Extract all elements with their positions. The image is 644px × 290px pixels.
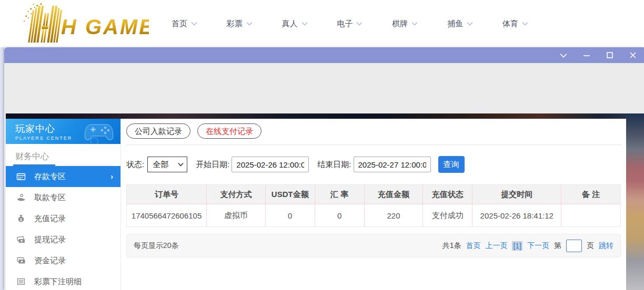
nav-label: 彩票 [227, 19, 243, 29]
funds-record-icon [16, 256, 26, 265]
sidebar-item-withdrawal-record[interactable]: 提现记录 [6, 229, 120, 250]
chevron-down-icon [301, 22, 308, 26]
nav-label: 真人 [282, 19, 298, 29]
prev-page-link[interactable]: 上一页 [485, 241, 507, 251]
nav-label: 电子 [337, 19, 353, 29]
start-date-label: 开始日期: [196, 160, 229, 170]
col-submit-time: 提交时间 [472, 185, 561, 204]
cell-payment-method: 虚拟币 [207, 204, 266, 227]
chevron-down-icon [246, 22, 253, 26]
tab-online-payment-records[interactable]: 在线支付记录 [197, 123, 261, 139]
page-size-text: 每页显示20条 [134, 241, 179, 251]
nav-label: 首页 [172, 19, 187, 29]
cell-usdt-amount: 0 [265, 204, 315, 227]
minimize-icon[interactable] [583, 51, 590, 59]
sidebar-item-label: 充值记录 [34, 214, 66, 224]
withdrawal-record-icon [16, 235, 26, 244]
chevron-right-icon: › [110, 172, 113, 181]
jump-prefix-text: 第 [554, 241, 561, 251]
col-usdt-amount: USDT金额 [265, 185, 315, 204]
col-recharge-status: 充值状态 [423, 185, 472, 204]
content-backdrop: 玩家中心 PLAYERS CENTER [6, 113, 644, 290]
close-icon[interactable] [629, 51, 637, 59]
site-header: H GAME 首页 彩票 真人 电子 棋牌 捕鱼 体育 [0, 0, 644, 47]
sidebar-section-label: 财务中心 [15, 152, 49, 161]
filter-bar: 状态: 全部 开始日期: 结束日期: 查询 [126, 156, 621, 173]
table-row: 1740566472606105 虚拟币 0 0 220 支付成功 2025-0… [127, 204, 621, 227]
jump-suffix-text: 页 [587, 241, 594, 251]
page-jump-input[interactable] [566, 240, 582, 252]
window-body: 玩家中心 PLAYERS CENTER [4, 63, 644, 290]
chevron-down-icon [178, 162, 184, 167]
window-titlebar [4, 47, 644, 63]
col-order-no: 订单号 [127, 185, 207, 204]
main-content: 公司入款记录 在线支付记录 状态: 全部 开始日期: 结束日期: [121, 119, 626, 290]
cell-order-no: 1740566472606105 [127, 204, 207, 227]
lottery-bet-detail-icon [16, 277, 26, 286]
nav-item-home[interactable]: 首页 [172, 19, 197, 29]
end-date-label: 结束日期: [317, 160, 351, 170]
jump-link[interactable]: 跳转 [599, 241, 613, 251]
recharge-record-icon [16, 214, 26, 223]
sidebar-header: 玩家中心 PLAYERS CENTER [6, 119, 120, 144]
sidebar-item-label: 存款专区 [34, 172, 66, 182]
nav-item-fishing[interactable]: 捕鱼 [447, 19, 473, 29]
nav-item-lottery[interactable]: 彩票 [227, 19, 253, 29]
sidebar-section-finance: 财务中心 [6, 144, 120, 166]
table-header-row: 订单号 支付方式 USDT金额 汇 率 充值金额 充值状态 提交时间 备 注 [127, 185, 621, 204]
sidebar-item-deposit-zone[interactable]: 存款专区 › [6, 166, 120, 187]
col-remark: 备 注 [561, 185, 621, 204]
status-select[interactable]: 全部 [147, 157, 187, 172]
next-page-link[interactable]: 下一页 [527, 241, 549, 251]
chevron-down-icon [411, 22, 418, 26]
record-tabs: 公司入款记录 在线支付记录 [126, 119, 621, 145]
sidebar: 玩家中心 PLAYERS CENTER [6, 119, 121, 290]
nav-label: 体育 [502, 19, 518, 29]
chevron-down-icon [191, 22, 197, 26]
pagination-controls: 共1条 首页 上一页 [1] 下一页 第 页 跳转 [442, 240, 613, 252]
sidebar-item-lottery-bet-detail[interactable]: 彩票下注明细 [6, 271, 120, 290]
brand-name: H GAME [61, 15, 149, 38]
nav-item-board-games[interactable]: 棋牌 [392, 19, 418, 29]
logo-mark [21, 3, 63, 43]
total-count-text: 共1条 [442, 241, 461, 251]
pagination-bar: 每页显示20条 共1条 首页 上一页 [1] 下一页 第 页 跳转 [126, 234, 621, 257]
brand-logo[interactable]: H GAME [4, 3, 149, 45]
player-center-panel: 玩家中心 PLAYERS CENTER [6, 119, 626, 290]
query-button[interactable]: 查询 [438, 156, 465, 173]
cell-exchange-rate: 0 [315, 204, 364, 227]
col-payment-method: 支付方式 [207, 185, 266, 204]
chevron-down-icon [356, 22, 363, 26]
first-page-link[interactable]: 首页 [466, 241, 480, 251]
sidebar-item-funds-record[interactable]: 资金记录 [6, 250, 120, 271]
status-label: 状态: [126, 160, 144, 170]
cell-recharge-amount: 220 [364, 204, 423, 227]
cell-remark [561, 204, 621, 227]
cell-submit-time: 2025-02-26 18:41:12 [472, 204, 561, 227]
deposit-zone-icon [16, 172, 26, 181]
sidebar-item-label: 取款专区 [34, 193, 66, 203]
nav-label: 捕鱼 [447, 19, 463, 29]
current-page-indicator[interactable]: [1] [512, 241, 522, 251]
nav-label: 棋牌 [392, 19, 408, 29]
app-window: 玩家中心 PLAYERS CENTER [4, 47, 644, 290]
nav-item-sports[interactable]: 体育 [502, 19, 528, 29]
withdraw-zone-icon [16, 193, 26, 202]
tab-company-deposit-records[interactable]: 公司入款记录 [126, 123, 190, 139]
end-date-input[interactable] [354, 157, 431, 172]
status-select-value: 全部 [153, 160, 168, 170]
window-controls [560, 47, 637, 63]
chevron-down-icon[interactable] [560, 51, 567, 59]
cell-recharge-status: 支付成功 [423, 204, 472, 227]
sidebar-item-recharge-record[interactable]: 充值记录 [6, 208, 120, 229]
col-recharge-amount: 充值金额 [364, 185, 423, 204]
gamepad-icon [84, 120, 116, 143]
nav-item-live[interactable]: 真人 [282, 19, 308, 29]
main-navigation: 首页 彩票 真人 电子 棋牌 捕鱼 体育 [172, 0, 528, 47]
nav-item-slots[interactable]: 电子 [337, 19, 363, 29]
sidebar-item-label: 提现记录 [34, 235, 66, 245]
maximize-icon[interactable] [606, 51, 613, 59]
start-date-input[interactable] [232, 157, 309, 172]
col-exchange-rate: 汇 率 [315, 185, 364, 204]
sidebar-item-withdraw-zone[interactable]: 取款专区 [6, 187, 120, 208]
